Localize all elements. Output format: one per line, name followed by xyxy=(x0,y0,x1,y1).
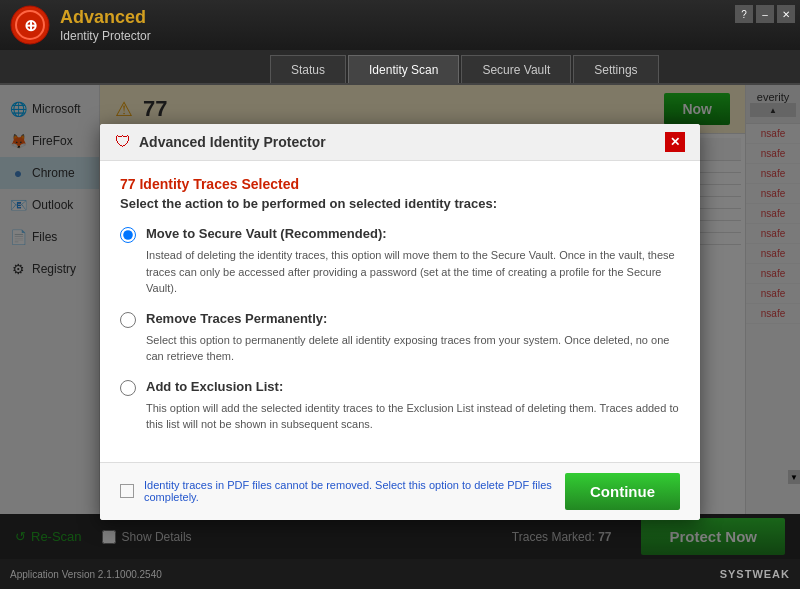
modal-dialog: 🛡 Advanced Identity Protector ✕ 77 Ident… xyxy=(100,124,700,520)
option-title: Remove Traces Permanently: xyxy=(146,311,327,326)
modal-header-icon: 🛡 xyxy=(115,133,131,151)
modal-close-button[interactable]: ✕ xyxy=(665,132,685,152)
window-close-button[interactable]: ✕ xyxy=(777,5,795,23)
radio-add-exclusion[interactable] xyxy=(120,380,136,396)
option-label: Move to Secure Vault (Recommended): xyxy=(120,226,680,243)
version-text: Application Version 2.1.1000.2540 xyxy=(10,569,162,580)
app-title-sub: Identity Protector xyxy=(60,29,151,43)
tab-status[interactable]: Status xyxy=(270,55,346,83)
bottom-bar: Application Version 2.1.1000.2540 SYSTWE… xyxy=(0,559,800,589)
tab-secure-vault[interactable]: Secure Vault xyxy=(461,55,571,83)
app-logo: ⊕ xyxy=(10,5,50,45)
option-desc: Select this option to permanently delete… xyxy=(146,332,680,365)
modal-header: 🛡 Advanced Identity Protector ✕ xyxy=(100,124,700,161)
option-label: Remove Traces Permanently: xyxy=(120,311,680,328)
continue-button[interactable]: Continue xyxy=(565,473,680,510)
option-desc: This option will add the selected identi… xyxy=(146,400,680,433)
tab-settings[interactable]: Settings xyxy=(573,55,658,83)
tab-identity-scan[interactable]: Identity Scan xyxy=(348,55,459,83)
nav-tabs: Status Identity Scan Secure Vault Settin… xyxy=(0,50,800,85)
option-add-exclusion: Add to Exclusion List: This option will … xyxy=(120,379,680,433)
modal-overlay: 🛡 Advanced Identity Protector ✕ 77 Ident… xyxy=(0,85,800,559)
option-label: Add to Exclusion List: xyxy=(120,379,680,396)
minimize-button[interactable]: – xyxy=(756,5,774,23)
title-bar: ⊕ Advanced Identity Protector ? – ✕ xyxy=(0,0,800,50)
radio-move-to-vault[interactable] xyxy=(120,227,136,243)
app-title-main: Advanced xyxy=(60,7,151,29)
modal-count: 77 Identity Traces Selected xyxy=(120,176,680,192)
option-title: Add to Exclusion List: xyxy=(146,379,283,394)
svg-text:⊕: ⊕ xyxy=(24,17,37,34)
option-move-to-vault: Move to Secure Vault (Recommended): Inst… xyxy=(120,226,680,297)
option-remove-permanently: Remove Traces Permanently: Select this o… xyxy=(120,311,680,365)
option-desc: Instead of deleting the identity traces,… xyxy=(146,247,680,297)
pdf-checkbox[interactable] xyxy=(120,484,134,498)
option-title: Move to Secure Vault (Recommended): xyxy=(146,226,387,241)
help-button[interactable]: ? xyxy=(735,5,753,23)
radio-remove-permanently[interactable] xyxy=(120,312,136,328)
modal-footer: Identity traces in PDF files cannot be r… xyxy=(100,462,700,520)
title-bar-controls: ? – ✕ xyxy=(735,5,795,23)
pdf-notice: Identity traces in PDF files cannot be r… xyxy=(144,479,555,503)
modal-instruction: Select the action to be performed on sel… xyxy=(120,196,680,211)
app-title-container: Advanced Identity Protector xyxy=(60,7,151,43)
modal-body: 77 Identity Traces Selected Select the a… xyxy=(100,161,700,462)
systweak-brand: SYSTWEAK xyxy=(720,568,790,580)
modal-title: Advanced Identity Protector xyxy=(139,134,657,150)
